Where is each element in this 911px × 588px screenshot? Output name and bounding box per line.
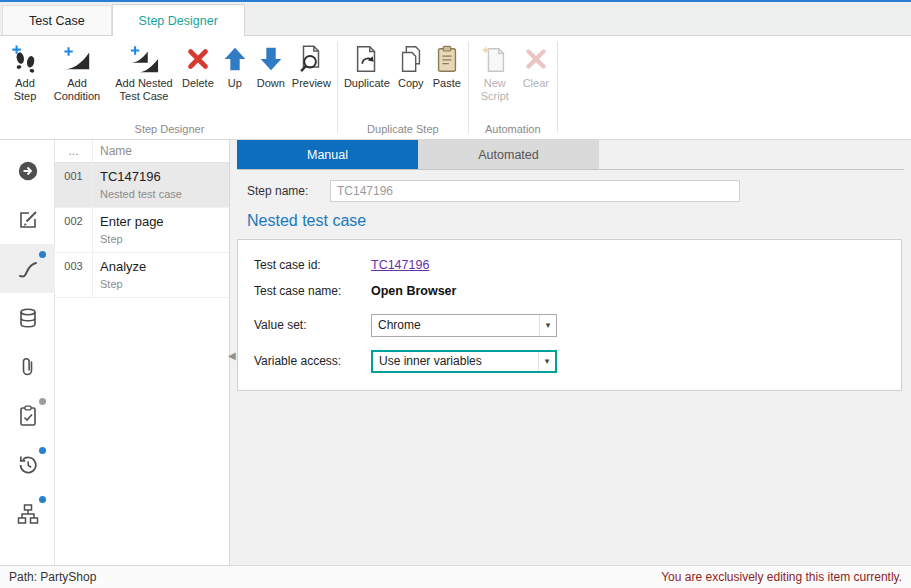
status-path: Path: PartyShop [9,570,96,584]
test-data-database-icon [16,306,40,330]
sidebar-item-step-designer[interactable] [0,244,55,293]
test-case-id-label: Test case id: [254,258,371,272]
collapse-panel-arrow-icon[interactable]: ◀ [228,350,236,361]
sidebar-item-edit[interactable] [0,195,55,244]
value-set-label: Value set: [254,318,371,332]
value-set-dropdown[interactable]: Chrome ▾ [371,314,557,337]
column-header-name[interactable]: Name [93,144,229,158]
step-name-label: Step name: [247,184,330,198]
new-script-button[interactable]: New Script [472,40,518,105]
up-button[interactable]: Up [217,40,253,92]
nested-test-case-card: Test case id: TC147196 Test case name: O… [237,239,902,391]
variable-access-row: Variable access: Use inner variables ▾ [254,346,901,376]
notification-dot [39,398,46,405]
variable-access-dropdown[interactable]: Use inner variables ▾ [371,350,557,373]
steps-list-header: ... Name [55,140,229,163]
history-clock-icon [16,453,40,477]
paste-button[interactable]: Paste [429,40,465,92]
ribbon-group-separator [557,42,558,133]
notification-dot [39,251,46,258]
down-button[interactable]: Down [253,40,289,92]
ribbon-group-label: Duplicate Step [338,122,468,139]
edit-pencil-icon [16,208,40,232]
test-case-id-link[interactable]: TC147196 [371,258,429,272]
tab-automated[interactable]: Automated [418,140,599,169]
add-condition-button[interactable]: Add Condition [45,40,109,105]
value-set-row: Value set: Chrome ▾ [254,310,901,340]
checklist-clipboard-icon [16,404,40,428]
ribbon-group-step-designer: Add Step Add Condition Add Nested Test C… [2,36,337,139]
steps-curve-icon [16,257,40,281]
step-row-003[interactable]: 003 Analyze Step [55,253,229,298]
tab-manual[interactable]: Manual [237,140,418,169]
paste-clipboard-icon [432,44,462,74]
status-bar: Path: PartyShop You are exclusively edit… [0,565,911,588]
notification-dot [39,447,46,454]
step-row-001[interactable]: 001 TC147196 Nested test case [55,163,229,208]
notification-dot [39,496,46,503]
sidebar-item-history[interactable] [0,440,55,489]
tab-test-case[interactable]: Test Case [2,5,112,35]
left-icon-sidebar [0,140,55,565]
sidebar-item-attachments[interactable] [0,342,55,391]
test-case-name-row: Test case name: Open Browser [254,278,901,304]
status-edit-message: You are exclusively editing this item cu… [661,570,902,584]
preview-magnifier-icon [296,44,326,74]
navigate-arrow-icon [16,159,40,183]
duplicate-button[interactable]: Duplicate [341,40,393,92]
clear-button[interactable]: Clear [518,40,554,92]
step-row-002[interactable]: 002 Enter page Step [55,208,229,253]
sidebar-item-navigate[interactable] [0,146,55,195]
tab-step-designer[interactable]: Step Designer [112,4,245,36]
sidebar-item-hierarchy[interactable] [0,489,55,538]
ribbon-group-automation: New Script Clear Automation [469,36,557,139]
chevron-down-icon: ▾ [539,315,556,336]
add-step-button[interactable]: Add Step [5,40,45,105]
delete-x-icon [183,44,213,74]
ribbon-group-label: Step Designer [2,122,337,139]
step-heading: Nested test case [247,212,911,230]
ribbon-toolbar: Add Step Add Condition Add Nested Test C… [0,36,911,140]
new-script-icon [480,44,510,74]
add-nested-test-case-icon [129,44,159,74]
add-step-footprints-icon [10,44,40,74]
test-case-name-label: Test case name: [254,284,371,298]
sidebar-item-checklist[interactable] [0,391,55,440]
add-condition-ramp-icon [62,44,92,74]
step-name-input[interactable] [330,180,740,202]
ribbon-group-duplicate-step: Duplicate Copy Paste Duplicate Step [338,36,468,139]
copy-documents-icon [396,44,426,74]
test-case-name-value: Open Browser [371,284,456,298]
arrow-down-icon [256,44,286,74]
column-header-ellipsis[interactable]: ... [55,140,93,162]
copy-button[interactable]: Copy [393,40,429,92]
steps-list-panel: ... Name 001 TC147196 Nested test case 0… [55,140,230,565]
delete-button[interactable]: Delete [179,40,217,92]
clear-x-icon [521,44,551,74]
editor-tabs: Manual Automated [237,140,904,170]
step-name-row: Step name: [247,180,911,202]
chevron-down-icon: ▾ [538,352,555,371]
variable-access-label: Variable access: [254,354,371,368]
add-nested-test-case-button[interactable]: Add Nested Test Case [109,40,179,105]
arrow-up-icon [220,44,250,74]
attachments-paperclip-icon [16,355,40,379]
duplicate-document-icon [352,44,382,74]
hierarchy-sitemap-icon [16,502,40,526]
preview-button[interactable]: Preview [289,40,334,92]
step-editor-panel: Manual Automated Step name: Nested test … [230,140,911,565]
application-window: Test Case Step Designer Add Step Add Con… [0,0,911,588]
content-region: ... Name 001 TC147196 Nested test case 0… [0,140,911,565]
test-case-id-row: Test case id: TC147196 [254,252,901,278]
sidebar-item-test-data[interactable] [0,293,55,342]
ribbon-tab-strip: Test Case Step Designer [0,2,911,36]
ribbon-group-label: Automation [469,122,557,139]
